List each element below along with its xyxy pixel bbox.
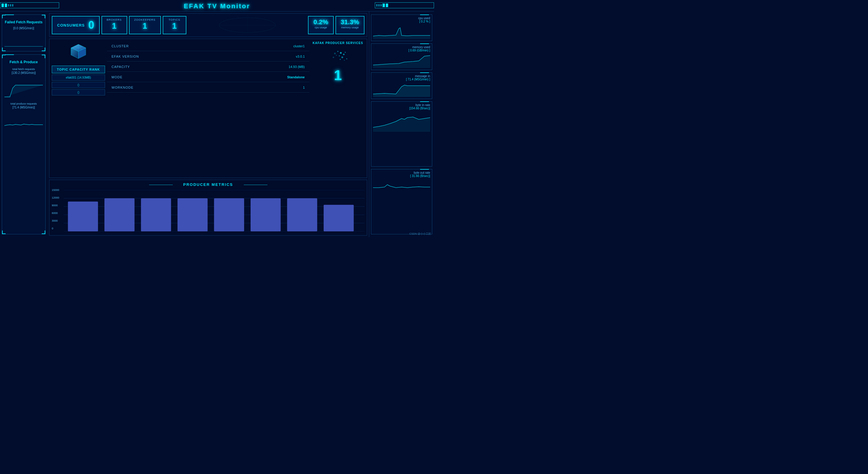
producer-metrics-title: PRODUCER METRICS (52, 182, 365, 187)
header-deco-right (375, 2, 434, 8)
capacity-label: CAPACITY (107, 62, 208, 72)
cpu-used-chart (373, 24, 430, 39)
producer-dots (323, 47, 353, 65)
y-label-0: 0 (52, 227, 59, 230)
fetch-chart (4, 76, 43, 100)
brokers-value: 1 (107, 21, 122, 31)
deco-block-r2 (378, 4, 379, 6)
deco-block-1 (1, 4, 4, 7)
rank-item-0: efak001 (14.93MB) (52, 74, 105, 81)
mode-value: Standalone (208, 72, 310, 82)
page-title: EFAK TV Monitor (184, 2, 250, 10)
svg-rect-28 (104, 198, 134, 231)
byte-in-rate-card: byte in rate [154.66 (B/sec)] (371, 101, 432, 167)
byte-in-rate-chart (373, 111, 430, 132)
deco-block-r5 (386, 4, 388, 7)
deco-block-2 (5, 4, 7, 7)
memory-usage-box: 31.3% memory usage (336, 16, 365, 34)
svg-point-19 (344, 60, 345, 61)
left-panel: Failed Fetch Requests [0.0 (MSG/min)] Fe… (0, 11, 47, 237)
cpu-usage-label: cpu usage (313, 26, 328, 29)
failed-fetch-card: Failed Fetch Requests [0.0 (MSG/min)] (2, 14, 45, 52)
cpu-usage-value: 0.2% (313, 18, 328, 26)
memory-usage-label: memory usage (341, 26, 359, 29)
zookeepers-value: 1 (134, 21, 156, 31)
svg-rect-32 (251, 198, 281, 231)
rank-item-1: () (52, 82, 105, 88)
svg-point-18 (333, 57, 334, 58)
middle-section: TOPIC CAPACITY RANK efak001 (14.93MB) ()… (49, 39, 367, 178)
worknode-label: WORKNODE (107, 83, 208, 93)
bar-chart-container: 15000 12000 9000 6000 3000 0 (52, 189, 365, 233)
y-label-2: 6000 (52, 212, 59, 214)
zookeepers-box: ZOOKEEPERS 1 (129, 16, 161, 34)
consumers-value: 0 (89, 19, 94, 31)
cluster-info: CLUSTER cluster1 EFAK VERSION v3.0.1 CAP… (107, 41, 309, 175)
deco-block-r4 (382, 4, 385, 7)
byte-in-rate-value: [154.66 (B/sec)] (373, 107, 430, 110)
svg-rect-27 (68, 202, 98, 231)
topic-rank-title: TOPIC CAPACITY RANK (52, 66, 105, 73)
cube-icon (68, 41, 89, 62)
main-layout: Failed Fetch Requests [0.0 (MSG/min)] Fe… (0, 11, 434, 237)
memory-used-card: memory used [ 0.69 (GB/min) ] (371, 43, 432, 70)
fetch-produce-card: Fetch & Produce total fetch requests [13… (2, 55, 45, 234)
deco-block-4 (10, 4, 11, 6)
message-in-chart (373, 82, 430, 97)
topics-label: TOPICS (168, 18, 181, 21)
svg-point-11 (343, 54, 345, 55)
fetch-produce-title: Fetch & Produce (4, 59, 43, 65)
bar-chart-svg (64, 190, 365, 231)
message-in-value: [ 71.4 (MSG/min) ] (373, 78, 430, 81)
brokers-box: BROKERS 1 (101, 16, 127, 34)
consumers-label: CONSUMERS (57, 23, 85, 28)
kafka-producer: KAFAK PRODUCER SERVICES (311, 41, 365, 175)
cpu-used-title: cpu used (373, 16, 430, 20)
topics-box: TOPICS 1 (163, 16, 186, 34)
message-in-card: message in [ 71.4 (MSG/min) ] (371, 72, 432, 99)
cpu-used-card: cpu used [ 0.2 % ] (371, 14, 432, 41)
cpu-usage-box: 0.2% cpu usage (308, 16, 333, 34)
byte-in-rate-title: byte in rate (373, 103, 430, 107)
svg-rect-29 (141, 198, 171, 231)
svg-rect-34 (324, 205, 354, 231)
map-area (188, 16, 307, 34)
byte-out-rate-chart (373, 179, 430, 194)
deco-block-3 (8, 4, 9, 6)
rank-item-2: () (52, 89, 105, 96)
memory-used-value: [ 0.69 (GB/min) ] (373, 49, 430, 52)
memory-used-title: memory used (373, 45, 430, 49)
total-produce-label: total produce requests (4, 102, 43, 105)
cluster-label: CLUSTER (107, 41, 208, 51)
svg-point-16 (334, 53, 336, 55)
deco-block-5 (12, 4, 13, 6)
svg-point-10 (337, 51, 338, 52)
byte-out-rate-card: byte out rate [ 31.66 (B/sec)] (371, 169, 432, 234)
y-label-5: 15000 (52, 189, 59, 192)
deco-block-r1 (376, 4, 377, 6)
producer-metrics-section: PRODUCER METRICS 15000 12000 9000 6000 3… (49, 180, 367, 236)
cluster-value: cluster1 (208, 41, 310, 51)
failed-fetch-title: Failed Fetch Requests (4, 19, 43, 25)
deco-block-r3 (380, 4, 382, 6)
svg-rect-30 (178, 198, 208, 231)
total-fetch-value: [130.2 (MSG/min)] (4, 71, 43, 74)
page-header: EFAK TV Monitor (0, 0, 434, 11)
message-in-title: message in (373, 74, 430, 78)
produce-chart (4, 111, 43, 129)
svg-point-12 (339, 55, 340, 57)
footer-credit: CSDN @小小工匠 (409, 232, 431, 236)
byte-out-rate-value: [ 31.66 (B/sec)] (373, 174, 430, 178)
consumers-box: CONSUMERS 0 (52, 16, 100, 34)
topics-value: 1 (168, 21, 181, 31)
y-label-4: 12000 (52, 196, 59, 199)
svg-point-20 (340, 59, 341, 60)
failed-fetch-chart (4, 32, 43, 49)
svg-point-13 (341, 57, 343, 58)
svg-point-15 (345, 52, 346, 53)
svg-rect-33 (287, 198, 317, 231)
svg-point-14 (336, 55, 337, 56)
memory-used-chart (373, 53, 430, 68)
cube-container (52, 41, 105, 62)
worknode-value: 1 (208, 83, 310, 93)
